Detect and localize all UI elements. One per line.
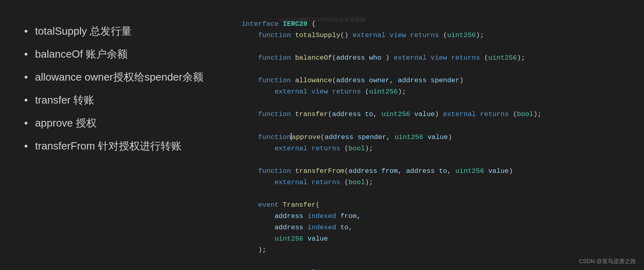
list-item-transferFrom: transferFrom 针对授权进行转账 (24, 139, 209, 153)
item-text: totalSupply 总发行量 (35, 24, 132, 38)
item-text: balanceOf 账户余额 (35, 47, 128, 61)
item-text: transfer 转账 (35, 93, 94, 107)
code-block: interface IERC20 { function totalSupply(… (242, 7, 632, 270)
list-item-approve: approve 授权 (24, 116, 209, 130)
bullet-list: totalSupply 总发行量 balanceOf 账户余额 allowanc… (24, 24, 209, 162)
list-item-transfer: transfer 转账 (24, 93, 209, 107)
item-text: transferFrom 针对授权进行转账 (35, 139, 182, 153)
csdn-label: CSDN @菜鸟逆袭之路 (579, 258, 636, 265)
left-panel: totalSupply 总发行量 balanceOf 账户余额 allowanc… (0, 0, 226, 270)
list-item-balanceOf: balanceOf 账户余额 (24, 47, 209, 61)
right-panel: interface IERC20 { function totalSupply(… (226, 0, 644, 270)
list-item-totalSupply: totalSupply 总发行量 (24, 24, 209, 38)
item-text: approve 授权 (35, 116, 97, 130)
item-text: allowance owner授权给spender余额 (35, 70, 203, 84)
list-item-allowance: allowance owner授权给spender余额 (24, 70, 209, 84)
